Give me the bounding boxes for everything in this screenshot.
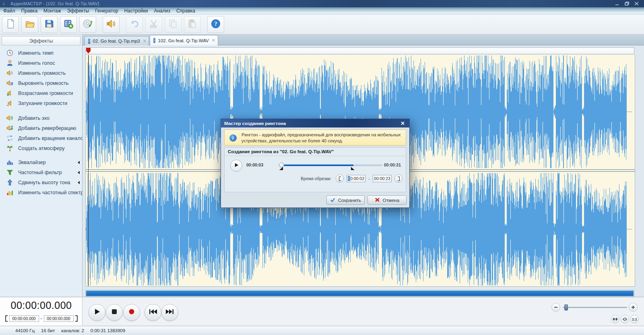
- paste-button[interactable]: [184, 16, 201, 33]
- application-window: АудиоМАСТЕР - [102. Go feat. Q-Tip.WAV] …: [0, 0, 644, 335]
- status-bar: 44100 Гц 16 бит каналов: 2 0:00:31 13839…: [0, 326, 644, 335]
- grab-from-cd-button[interactable]: [79, 16, 96, 33]
- voice-icon: [6, 60, 13, 66]
- spectrum-icon: [6, 189, 13, 196]
- open-file-button[interactable]: [21, 16, 38, 33]
- horizontal-scrollbar[interactable]: [85, 290, 634, 297]
- help-icon: ?: [211, 18, 221, 31]
- window-title: АудиоМАСТЕР - [102. Go feat. Q-Tip.WAV]: [10, 1, 614, 6]
- playhead-line: [88, 55, 89, 286]
- position-time: 00:00:03: [246, 162, 263, 167]
- transport-panel: 00:00:00.000 - 1:1: [0, 297, 644, 326]
- extract-audio-from-video-icon: [63, 18, 74, 31]
- effect-normalize-volume[interactable]: Выровнять громкость: [0, 78, 82, 88]
- tab-close-icon[interactable]: [212, 38, 215, 43]
- menu-edit[interactable]: Правка: [21, 8, 38, 14]
- trim-start-marker[interactable]: [279, 167, 283, 170]
- effect-fade-in[interactable]: Возрастание громкости: [0, 88, 82, 98]
- dialog-title: Мастер создания рингтона: [224, 121, 399, 126]
- stop-button[interactable]: [106, 304, 123, 321]
- status-bit-depth: 16 бит: [41, 328, 55, 333]
- menu-help[interactable]: Справка: [176, 8, 195, 14]
- trim-end-input[interactable]: [373, 175, 392, 182]
- record-icon: [127, 308, 136, 317]
- save-file-button[interactable]: [41, 16, 58, 33]
- tab-mp3-file[interactable]: 02. Go feat. Q-Tip.mp3: [85, 36, 149, 45]
- trim-start-input[interactable]: 00:00:02: [347, 175, 365, 182]
- dialog-close-icon[interactable]: [399, 121, 406, 126]
- menu-file[interactable]: Файл: [3, 8, 15, 14]
- effect-change-volume[interactable]: Изменить громкость: [0, 68, 82, 78]
- menu-settings[interactable]: Настройки: [124, 8, 148, 14]
- ringtone-wizard-dialog: Мастер создания рингтона Рингтон - аудио…: [221, 119, 410, 208]
- zoom-selection-button[interactable]: [621, 315, 629, 323]
- document-tabs: 02. Go feat. Q-Tip.mp3 102. Go feat. Q-T…: [83, 35, 644, 45]
- cut-button[interactable]: [145, 16, 162, 33]
- dialog-title-bar[interactable]: Мастер создания рингтона: [221, 119, 409, 127]
- zoom-actual-size-button[interactable]: 1:1: [630, 315, 639, 323]
- audio-file-icon: [153, 38, 155, 43]
- skip-to-end-button[interactable]: [161, 304, 178, 321]
- save-button[interactable]: Сохранить: [326, 195, 365, 205]
- preview-play-button[interactable]: [230, 160, 242, 172]
- effect-fade-out[interactable]: Затухание громкости: [0, 98, 82, 108]
- timeline-ruler[interactable]: [85, 47, 634, 54]
- tab-wav-file[interactable]: 102. Go feat. Q-Tip.WAV: [150, 35, 218, 45]
- effect-change-voice[interactable]: Изменить голос: [0, 58, 82, 68]
- ringtone-section: Создание рингтона из "02. Go feat. Q-Tip…: [224, 147, 406, 192]
- zoom-slider-handle[interactable]: [564, 304, 568, 310]
- trim-end-marker[interactable]: [351, 167, 355, 170]
- undo-button[interactable]: [126, 16, 143, 33]
- close-bracket-icon: [398, 177, 400, 181]
- menu-montage[interactable]: Монтаж: [43, 8, 61, 14]
- help-button[interactable]: ?: [207, 16, 224, 33]
- set-end-bracket-button[interactable]: [394, 175, 402, 183]
- effect-frequency-filter[interactable]: Частотный фильтр: [0, 167, 82, 177]
- trim-separator: -: [368, 176, 370, 181]
- effect-add-echo[interactable]: Добавить эхо: [0, 113, 82, 123]
- cancel-button[interactable]: Отмена: [367, 195, 407, 205]
- reverb-icon: [6, 125, 13, 132]
- selection-separator: -: [41, 316, 42, 321]
- info-icon: [229, 134, 237, 142]
- effect-pitch-shift[interactable]: Сдвинуть высоту тона: [0, 177, 82, 187]
- skip-to-start-button[interactable]: [144, 304, 161, 321]
- echo-icon: [6, 115, 13, 121]
- selection-start-input[interactable]: [9, 315, 39, 322]
- tab-close-icon[interactable]: [143, 39, 147, 43]
- play-button[interactable]: [89, 304, 105, 321]
- effect-equalizer[interactable]: Эквалайзер: [0, 157, 82, 167]
- effect-create-atmosphere[interactable]: Создать атмосферу: [0, 143, 82, 153]
- status-channels: каналов: 2: [61, 328, 84, 333]
- new-file-button[interactable]: [2, 16, 19, 33]
- fit-width-button[interactable]: [611, 315, 619, 323]
- minimize-icon[interactable]: [614, 1, 621, 6]
- scrollbar-thumb[interactable]: [86, 291, 634, 296]
- fade-in-icon: [6, 90, 13, 97]
- copy-button[interactable]: [165, 16, 182, 33]
- selection-end-input[interactable]: [44, 315, 74, 322]
- effects-panel-title: Эффекты: [2, 36, 80, 45]
- menu-generator[interactable]: Генератор: [95, 8, 118, 14]
- effect-add-reverb[interactable]: Добавить реверберацию: [0, 123, 82, 133]
- check-icon: [330, 197, 335, 203]
- trim-slider-track[interactable]: [279, 164, 382, 166]
- zoom-in-button[interactable]: [629, 303, 638, 312]
- stop-icon: [110, 308, 119, 317]
- close-icon[interactable]: [634, 1, 640, 6]
- menu-analysis[interactable]: Анализ: [154, 8, 170, 14]
- title-bar: АудиоМАСТЕР - [102. Go feat. Q-Tip.WAV]: [0, 0, 644, 7]
- set-start-bracket-button[interactable]: [336, 175, 344, 183]
- record-sound-button[interactable]: [103, 16, 120, 33]
- zoom-slider-track[interactable]: [563, 307, 627, 308]
- effect-change-tempo[interactable]: Изменить темп: [0, 48, 82, 58]
- selection-close-bracket-icon: [75, 315, 78, 322]
- effect-channel-rotation[interactable]: Добавить вращение каналов: [0, 133, 82, 143]
- zoom-out-button[interactable]: [551, 303, 560, 312]
- extract-audio-from-video-button[interactable]: [60, 16, 77, 33]
- save-file-icon: [44, 18, 54, 31]
- effect-change-spectrum[interactable]: Изменить частотный спектр: [0, 187, 82, 197]
- record-button[interactable]: [123, 304, 140, 321]
- restore-icon[interactable]: [624, 1, 630, 6]
- menu-effects[interactable]: Эффекты: [67, 8, 89, 14]
